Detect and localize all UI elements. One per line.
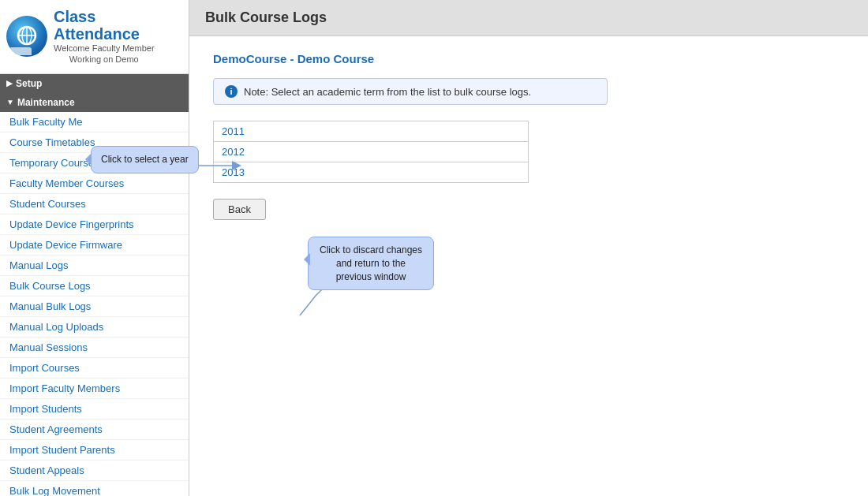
year-link-2012[interactable]: 2012 bbox=[222, 146, 245, 158]
maintenance-section-header[interactable]: ▼ Maintenance bbox=[0, 93, 189, 112]
year-table-row: 2012 bbox=[214, 142, 529, 162]
app-title: ClassAttendance bbox=[54, 8, 155, 43]
sidebar-scroll[interactable]: ▶ Setup ▼ Maintenance Bulk Faculty MeCou… bbox=[0, 74, 189, 496]
sidebar-header: ClassAttendance Welcome Faculty Member W… bbox=[0, 0, 189, 74]
year-table-row: 2011 bbox=[214, 121, 529, 142]
back-button[interactable]: Back bbox=[213, 199, 266, 220]
year-table-row: 2013 bbox=[214, 162, 529, 183]
sidebar-item-bulk-course-logs[interactable]: Bulk Course Logs bbox=[0, 276, 189, 296]
nav-items-container: Bulk Faculty MeCourse TimetablesTemporar… bbox=[0, 112, 189, 496]
sidebar-item-bulk-log-movement[interactable]: Bulk Log Movement bbox=[0, 481, 189, 496]
sidebar-item-course-timetables[interactable]: Course Timetables bbox=[0, 132, 189, 153]
year-table: 201120122013 bbox=[213, 121, 529, 183]
setup-section-header[interactable]: ▶ Setup bbox=[0, 74, 189, 93]
sidebar-item-import-student-parents[interactable]: Import Student Parents bbox=[0, 440, 189, 461]
sidebar-item-manual-log-uploads[interactable]: Manual Log Uploads bbox=[0, 317, 189, 338]
main-body: DemoCourse - Demo Course i Note: Select … bbox=[189, 36, 868, 496]
sidebar-item-student-agreements[interactable]: Student Agreements bbox=[0, 420, 189, 440]
sidebar-item-import-students[interactable]: Import Students bbox=[0, 399, 189, 420]
page-header-bar: Bulk Course Logs bbox=[189, 0, 868, 36]
year-link-2011[interactable]: 2011 bbox=[222, 125, 245, 137]
setup-arrow-icon: ▶ bbox=[6, 79, 13, 88]
note-box: i Note: Select an academic term from the… bbox=[213, 78, 608, 105]
sidebar-item-manual-sessions[interactable]: Manual Sessions bbox=[0, 338, 189, 358]
maintenance-arrow-icon: ▼ bbox=[6, 98, 14, 106]
sidebar-item-import-courses[interactable]: Import Courses bbox=[0, 358, 189, 379]
year-link-2013[interactable]: 2013 bbox=[222, 166, 245, 178]
main-content: Bulk Course Logs DemoCourse - Demo Cours… bbox=[189, 0, 868, 496]
sidebar-item-manual-bulk-logs[interactable]: Manual Bulk Logs bbox=[0, 296, 189, 317]
sidebar-item-manual-logs[interactable]: Manual Logs bbox=[0, 255, 189, 276]
sidebar-item-student-courses[interactable]: Student Courses bbox=[0, 194, 189, 214]
sidebar-item-update-device-fingerprints[interactable]: Update Device Fingerprints bbox=[0, 214, 189, 235]
page-title: Bulk Course Logs bbox=[205, 9, 852, 26]
app-logo bbox=[6, 16, 47, 57]
sidebar-item-bulk-faculty-me[interactable]: Bulk Faculty Me bbox=[0, 112, 189, 132]
sidebar-item-faculty-member-courses[interactable]: Faculty Member Courses bbox=[0, 173, 189, 194]
sidebar-item-student-appeals[interactable]: Student Appeals bbox=[0, 461, 189, 481]
sidebar-item-import-faculty-members[interactable]: Import Faculty Members bbox=[0, 379, 189, 399]
info-icon: i bbox=[225, 85, 238, 98]
note-text: Note: Select an academic term from the l… bbox=[244, 86, 531, 98]
course-title: DemoCourse - Demo Course bbox=[213, 52, 844, 65]
sidebar: ClassAttendance Welcome Faculty Member W… bbox=[0, 0, 189, 496]
sidebar-item-temp-course-timetables[interactable]: Temporary Course Timetables bbox=[0, 153, 189, 173]
sidebar-item-update-device-firmware[interactable]: Update Device Firmware bbox=[0, 235, 189, 255]
app-subtitle: Welcome Faculty Member Working on Demo bbox=[54, 43, 155, 65]
